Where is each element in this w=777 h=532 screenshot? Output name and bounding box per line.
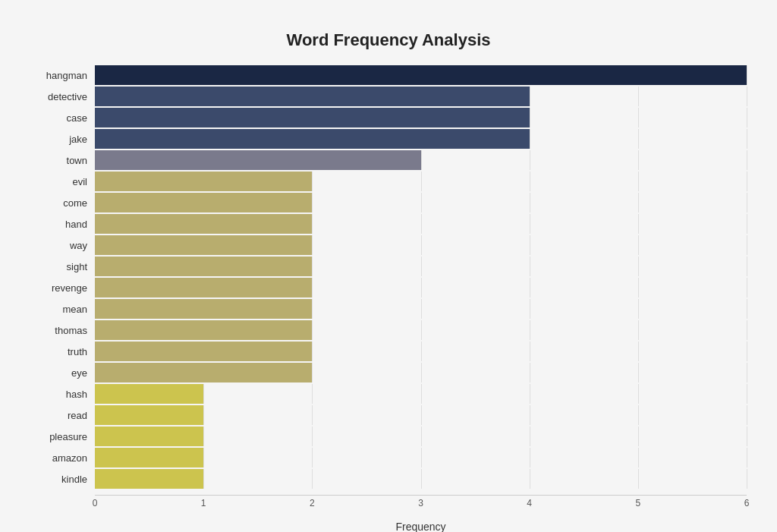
bar-track: [95, 257, 747, 276]
bar-fill: [95, 405, 203, 425]
bar-label: amazon: [30, 452, 95, 464]
bar-label: evil: [30, 176, 95, 187]
bar-track: [95, 129, 747, 149]
x-tick: 6: [744, 498, 750, 508]
bar-fill: [95, 299, 312, 319]
bar-fill: [95, 427, 203, 446]
bar-fill: [95, 172, 312, 191]
bar-label: way: [30, 240, 95, 251]
bar-row: thomas: [30, 320, 747, 340]
bar-fill: [95, 87, 530, 106]
bar-fill: [95, 214, 312, 234]
bar-fill: [95, 384, 203, 404]
bar-fill: [95, 108, 530, 127]
bar-row: hangman: [30, 65, 747, 85]
bar-row: kindle: [30, 469, 747, 489]
bar-row: evil: [30, 172, 747, 191]
bar-track: [95, 235, 747, 255]
bar-label: jake: [30, 134, 95, 145]
x-tick: 0: [93, 498, 98, 508]
bar-fill: [95, 278, 312, 297]
bar-row: way: [30, 235, 747, 255]
bar-row: revenge: [30, 278, 747, 297]
bar-row: amazon: [30, 448, 747, 467]
chart-area: hangmandetectivecasejaketownevilcomehand…: [30, 65, 747, 490]
bar-row: come: [30, 193, 747, 212]
x-tick: 2: [310, 498, 315, 508]
bar-row: sight: [30, 257, 747, 276]
bar-fill: [95, 363, 312, 382]
bar-row: eye: [30, 363, 747, 382]
bar-label: town: [30, 155, 95, 166]
bar-label: thomas: [30, 325, 95, 336]
bar-row: pleasure: [30, 427, 747, 446]
bar-label: revenge: [30, 282, 95, 294]
bar-track: [95, 405, 747, 425]
bar-track: [95, 363, 747, 382]
bar-row: mean: [30, 299, 747, 319]
bar-track: [95, 320, 747, 340]
bar-label: truth: [30, 346, 95, 357]
bar-row: hand: [30, 214, 747, 234]
bar-label: kindle: [30, 474, 95, 485]
x-axis-ticks: 0123456: [95, 495, 747, 518]
bar-row: jake: [30, 129, 747, 149]
bar-track: [95, 65, 747, 85]
bar-row: hash: [30, 384, 747, 404]
bar-label: hash: [30, 389, 95, 400]
bar-track: [95, 214, 747, 234]
bar-label: hangman: [30, 70, 95, 81]
bar-fill: [95, 448, 203, 467]
bar-fill: [95, 65, 747, 85]
bar-row: truth: [30, 342, 747, 361]
bar-label: detective: [30, 91, 95, 102]
bar-label: sight: [30, 261, 95, 272]
bar-fill: [95, 342, 312, 361]
bar-track: [95, 469, 747, 489]
bar-track: [95, 448, 747, 467]
bar-fill: [95, 320, 312, 340]
bar-row: case: [30, 108, 747, 127]
bar-label: case: [30, 112, 95, 124]
bar-fill: [95, 257, 312, 276]
chart-container: Word Frequency Analysis hangmandetective…: [15, 15, 762, 532]
x-tick: 4: [527, 498, 532, 508]
bar-row: detective: [30, 87, 747, 106]
bar-label: hand: [30, 219, 95, 230]
bar-track: [95, 193, 747, 212]
x-axis-label: Frequency: [95, 521, 747, 532]
x-axis-area: 0123456: [30, 495, 747, 518]
x-tick: 5: [635, 498, 640, 508]
bar-track: [95, 427, 747, 446]
bar-fill: [95, 235, 312, 255]
bar-fill: [95, 129, 530, 149]
bar-label: come: [30, 197, 95, 209]
bar-track: [95, 108, 747, 127]
x-tick: 3: [418, 498, 423, 508]
bar-label: pleasure: [30, 431, 95, 442]
bar-fill: [95, 150, 421, 170]
bar-track: [95, 278, 747, 297]
bar-track: [95, 150, 747, 170]
bar-fill: [95, 193, 312, 212]
bar-label: read: [30, 410, 95, 421]
bar-track: [95, 299, 747, 319]
bar-label: eye: [30, 367, 95, 379]
bar-track: [95, 172, 747, 191]
bar-track: [95, 342, 747, 361]
bar-track: [95, 384, 747, 404]
bar-row: town: [30, 150, 747, 170]
bar-label: mean: [30, 304, 95, 315]
bar-row: read: [30, 405, 747, 425]
chart-title: Word Frequency Analysis: [30, 30, 747, 50]
x-tick: 1: [201, 498, 206, 508]
bar-track: [95, 87, 747, 106]
bar-fill: [95, 469, 203, 489]
